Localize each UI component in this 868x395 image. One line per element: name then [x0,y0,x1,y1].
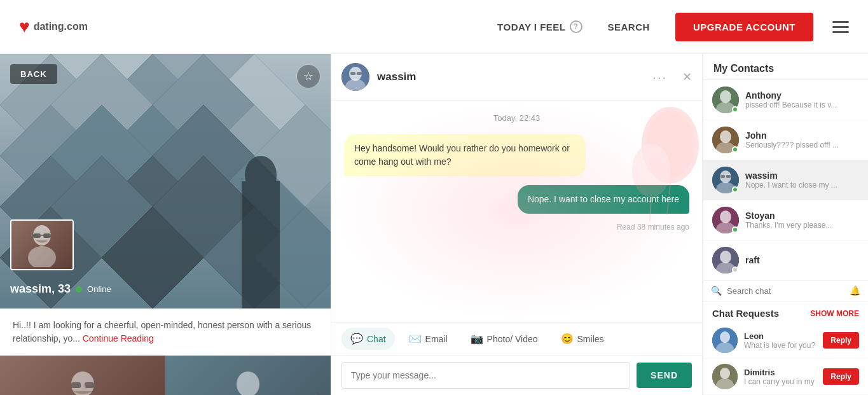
message-timestamp: Today, 22:43 [344,113,689,123]
search-icon: 🔍 [711,286,722,296]
request-info: Leon What is love for you? [744,331,816,350]
back-button[interactable]: BACK [10,64,57,84]
chat-requests-header: Chat Requests SHOW MORE [703,301,868,322]
svg-point-67 [720,368,730,379]
svg-point-47 [720,90,731,103]
chat-input-row: SEND [331,355,702,395]
contact-avatar [712,87,739,113]
search-nav[interactable]: SEARCH [608,22,650,32]
message-input[interactable] [341,362,630,389]
svg-rect-33 [85,382,94,388]
send-button[interactable]: SEND [637,363,692,388]
request-item: Leon What is love for you? Reply [703,322,868,359]
today-feel-nav[interactable]: TODAY I FEEL ? [497,20,582,33]
contact-avatar [712,247,739,274]
profile-card: BACK ☆ [0,54,331,308]
contact-name: raft [745,255,859,265]
chat-close-button[interactable]: ✕ [682,70,692,84]
show-more-button[interactable]: SHOW MORE [810,309,859,318]
contact-avatar [712,167,739,193]
contact-name: Stoyan [745,211,859,221]
logo-text: dating.com [34,21,88,32]
online-dot [732,146,738,153]
online-dot [732,106,738,113]
message-row: Nope. I want to close my account here [344,185,689,214]
contact-item[interactable]: Anthony pissed off! Because it is v... [703,80,868,120]
incoming-message: Hey handsome! Would you rather do you ho… [344,134,586,176]
request-avatar [712,364,738,389]
tab-smiles[interactable]: 😊 Smiles [552,328,613,350]
tab-chat[interactable]: 💬 Chat [341,328,395,350]
svg-point-34 [237,371,259,395]
svg-point-64 [720,331,730,343]
svg-point-26 [28,246,56,267]
second-card-photo-right [165,356,331,395]
request-message: What is love for you? [744,341,816,350]
svg-point-58 [720,211,731,223]
chat-contact-avatar [341,63,369,91]
svg-rect-40 [357,72,362,75]
reply-button[interactable]: Reply [823,368,859,385]
request-name: Leon [744,331,816,341]
tab-photo-video[interactable]: 📷 Photo/ Video [462,328,547,350]
chat-options-button[interactable]: ··· [652,70,667,85]
contact-info: Stoyan Thanks, I'm very please... [745,211,859,230]
svg-rect-55 [720,175,725,178]
contacts-header: My Contacts [703,54,868,80]
next-arrow[interactable]: › [315,385,320,395]
svg-rect-32 [71,382,81,388]
profile-bio: Hi..!! I am looking for a cheerful, open… [0,308,331,356]
contact-item[interactable]: Stoyan Thanks, I'm very please... [703,200,868,240]
request-avatar [712,328,738,353]
main-content: BACK ☆ [0,54,868,395]
reply-button[interactable]: Reply [823,332,859,349]
question-icon: ? [570,20,582,33]
contact-item[interactable]: raft [703,240,868,280]
header: ♥ dating.com TODAY I FEEL ? SEARCH UPGRA… [0,0,868,54]
contact-item[interactable]: wassim Nope. I want to close my ... [703,160,868,200]
contact-name: Anthony [745,90,859,100]
contact-name: wassim [745,170,859,181]
contacts-list: Anthony pissed off! Because it is v... J… [703,80,868,280]
svg-rect-39 [350,72,355,75]
contact-name: John [745,130,859,141]
smiles-tab-icon: 😊 [561,333,574,345]
sound-icon[interactable]: 🔔 [850,286,860,296]
read-receipt: Read 38 minutes ago [344,223,689,232]
left-panel: BACK ☆ [0,54,331,395]
search-chat-input[interactable] [727,286,844,296]
svg-rect-28 [43,233,51,238]
request-message: I can carry you in my [744,377,816,386]
svg-point-61 [720,251,731,263]
chat-tabs: 💬 Chat ✉️ Email 📷 Photo/ Video 😊 Smiles [331,322,702,355]
contact-info: raft [745,255,859,265]
contact-preview: Seriously???? pissed off! ... [745,141,859,149]
chat-requests-title: Chat Requests [712,308,779,319]
online-dot [732,226,738,233]
online-indicator [76,286,82,293]
contact-avatar [712,207,739,233]
request-name: Dimitris [744,368,816,377]
svg-point-50 [720,130,731,143]
photo-tab-icon: 📷 [471,333,483,345]
contact-preview: pissed off! Because it is v... [745,100,859,109]
contact-info: Anthony pissed off! Because it is v... [745,90,859,109]
right-panel: My Contacts Anthony pissed off! Because … [703,54,868,395]
chat-contact-name: wassim [377,71,416,83]
chat-tab-icon: 💬 [350,333,363,345]
hamburger-menu[interactable] [832,21,849,33]
outgoing-message: Nope. I want to close my account here [518,185,689,214]
second-card-photo-left [0,356,165,395]
upgrade-button[interactable]: UPGRADE ACCOUNT [675,13,813,41]
profile-name-bar: wassim, 33 Online [0,276,331,302]
continue-reading-link[interactable]: Continue Reading [83,333,154,343]
svg-rect-27 [33,233,41,238]
request-item: Dimitris I can carry you in my Reply [703,359,868,395]
logo[interactable]: ♥ dating.com [19,17,88,37]
tab-email[interactable]: ✉️ Email [400,328,457,350]
favorite-button[interactable]: ☆ [296,64,320,88]
contact-item[interactable]: John Seriously???? pissed off! ... [703,120,868,160]
chat-panel: wassim ··· ✕ Today, 22:43 Hey handsome! … [331,54,703,395]
chat-body: Today, 22:43 Hey handsome! Would you rat… [331,100,702,322]
profile-background [0,54,331,308]
